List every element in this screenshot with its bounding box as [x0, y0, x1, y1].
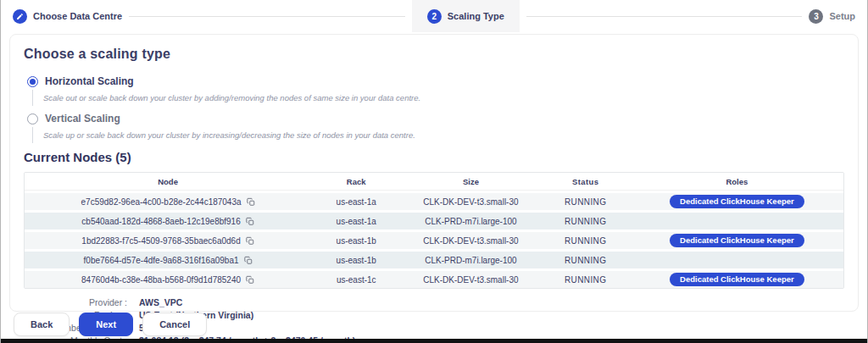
scaling-type-card: Choose a scaling type Horizontal Scaling… — [9, 34, 859, 312]
copy-icon[interactable] — [246, 275, 254, 285]
option-vertical-scaling: Vertical Scaling Scale up or scale back … — [27, 113, 844, 143]
column-header-size: Size — [401, 177, 540, 186]
node-id: cb540aad-182d-4868-8aeb-12c19e8bf916 — [81, 217, 240, 226]
radio-icon[interactable] — [27, 113, 38, 124]
step-setup[interactable]: 3 Setup — [809, 9, 855, 24]
size-cell: CLK-PRD-m7i.large-100 — [401, 217, 540, 226]
role-badge: Dedicated ClickHouse Keeper — [670, 195, 804, 208]
rack-cell: us-east-1a — [311, 197, 401, 207]
table-row: e7c59d82-96ea-4c00-b28e-2c44c187043a us-… — [25, 193, 843, 210]
size-cell: CLK-DK-DEV-t3.small-30 — [401, 236, 540, 246]
horizontal-scaling-radio-row[interactable]: Horizontal Scaling — [27, 75, 844, 87]
detail-provider: Provider : AWS_VPC — [24, 297, 844, 307]
table-row: f0be7664-d57e-4dfe-9a68-316f16a09ba1 us-… — [25, 252, 843, 268]
step-label: Scaling Type — [448, 11, 504, 21]
option-description: Scale out or scale back down your cluste… — [32, 90, 844, 106]
copy-icon[interactable] — [246, 236, 254, 246]
rack-cell: us-east-1b — [311, 236, 401, 246]
detail-value: AWS_VPC — [139, 297, 182, 307]
column-header-rack: Rack — [311, 177, 401, 186]
step-number-badge: 3 — [809, 9, 823, 24]
wizard-footer: Back Next Cancel — [14, 313, 207, 336]
current-nodes-title: Current Nodes (5) — [24, 150, 844, 164]
nodes-table-header: Node Rack Size Status Roles — [25, 173, 843, 191]
rack-cell: us-east-1a — [311, 217, 401, 226]
page-title: Choose a scaling type — [24, 47, 844, 62]
copy-icon[interactable] — [246, 217, 254, 226]
rack-cell: us-east-1c — [311, 275, 401, 285]
next-button[interactable]: Next — [79, 313, 133, 336]
nodes-table: Node Rack Size Status Roles e7c59d82-96e… — [24, 172, 844, 289]
vertical-scaling-radio-row[interactable]: Vertical Scaling — [27, 113, 844, 124]
node-id-cell: f0be7664-d57e-4dfe-9a68-316f16a09ba1 — [25, 256, 311, 265]
node-id-cell: 84760d4b-c38e-48ba-b568-0f9d1d785240 — [25, 275, 311, 285]
edit-pencil-icon — [13, 9, 27, 24]
radio-icon[interactable] — [27, 76, 38, 87]
status-cell: RUNNING — [541, 275, 631, 285]
option-label: Horizontal Scaling — [45, 75, 134, 87]
status-cell: RUNNING — [541, 197, 631, 207]
table-row: 1bd22883-f7c5-4509-9768-35baec6a0d6d us-… — [25, 232, 843, 249]
step-label: Choose Data Centre — [33, 11, 122, 21]
back-button[interactable]: Back — [14, 313, 70, 336]
table-row: cb540aad-182d-4868-8aeb-12c19e8bf916 us-… — [25, 213, 843, 230]
role-badge: Dedicated ClickHouse Keeper — [670, 234, 804, 247]
roles-cell: Dedicated ClickHouse Keeper — [631, 273, 843, 286]
column-header-roles: Roles — [631, 177, 843, 186]
stepper-connector — [129, 16, 405, 17]
node-id: 84760d4b-c38e-48ba-b568-0f9d1d785240 — [81, 275, 241, 285]
detail-label: Provider : — [24, 297, 127, 307]
option-horizontal-scaling: Horizontal Scaling Scale out or scale ba… — [27, 75, 844, 106]
step-scaling-type[interactable]: 2 Scaling Type — [412, 0, 520, 32]
step-label: Setup — [829, 11, 855, 21]
table-row: 84760d4b-c38e-48ba-b568-0f9d1d785240 us-… — [25, 271, 843, 288]
step-choose-data-centre[interactable]: Choose Data Centre — [13, 9, 122, 24]
roles-cell: Dedicated ClickHouse Keeper — [631, 234, 843, 247]
node-id-cell: e7c59d82-96ea-4c00-b28e-2c44c187043a — [25, 197, 311, 207]
rack-cell: us-east-1b — [311, 256, 401, 265]
node-id: 1bd22883-f7c5-4509-9768-35baec6a0d6d — [81, 236, 240, 246]
column-header-node: Node — [25, 177, 311, 186]
cancel-button[interactable]: Cancel — [142, 313, 207, 336]
role-badge: Dedicated ClickHouse Keeper — [670, 273, 804, 286]
status-cell: RUNNING — [541, 217, 631, 226]
stepper-connector — [526, 16, 803, 17]
copy-icon[interactable] — [244, 256, 253, 265]
size-cell: CLK-PRD-m7i.large-100 — [401, 256, 540, 265]
size-cell: CLK-DK-DEV-t3.small-30 — [401, 275, 540, 285]
option-label: Vertical Scaling — [45, 113, 120, 124]
node-id: f0be7664-d57e-4dfe-9a68-316f16a09ba1 — [84, 256, 239, 265]
column-header-status: Status — [541, 177, 631, 186]
wizard-stepper: Choose Data Centre 2 Scaling Type 3 Setu… — [1, 0, 867, 32]
step-number-badge: 2 — [427, 9, 442, 24]
node-id: e7c59d82-96ea-4c00-b28e-2c44c187043a — [81, 197, 242, 207]
node-id-cell: 1bd22883-f7c5-4509-9768-35baec6a0d6d — [25, 236, 311, 246]
node-id-cell: cb540aad-182d-4868-8aeb-12c19e8bf916 — [25, 217, 311, 226]
size-cell: CLK-DK-DEV-t3.small-30 — [401, 197, 540, 207]
window-bottom-edge — [1, 339, 867, 343]
copy-icon[interactable] — [247, 197, 255, 207]
roles-cell: Dedicated ClickHouse Keeper — [631, 195, 843, 208]
option-description: Scale up or scale back down your cluster… — [32, 127, 844, 143]
nodes-table-body: e7c59d82-96ea-4c00-b28e-2c44c187043a us-… — [25, 193, 843, 288]
status-cell: RUNNING — [541, 256, 631, 265]
status-cell: RUNNING — [541, 236, 631, 246]
